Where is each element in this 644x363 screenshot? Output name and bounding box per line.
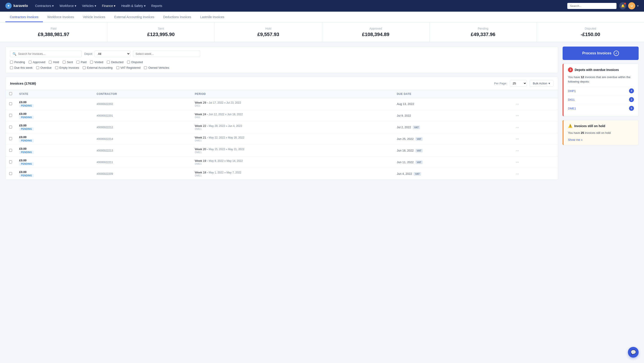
- row-contractor: #0000022201: [93, 110, 191, 122]
- stat-value: £108,394.89: [328, 32, 424, 37]
- row-more-button[interactable]: ···: [514, 136, 520, 142]
- checkbox-input-vat registered[interactable]: [116, 66, 119, 69]
- checkbox-input-external accounting[interactable]: [83, 66, 86, 69]
- search-icon: 🔍: [12, 52, 16, 56]
- row-checkbox-4[interactable]: [9, 149, 12, 152]
- depot-count-dhp1: 4: [629, 88, 634, 93]
- show-me-link[interactable]: Show me »: [568, 138, 582, 141]
- checkbox-empty-invoices[interactable]: Empty Invoices: [55, 66, 79, 69]
- stat-value: £49,337.96: [435, 32, 531, 37]
- checkbox-voided[interactable]: Voided: [90, 61, 103, 64]
- row-period-depot: DIG1: [195, 116, 390, 119]
- checkbox-deducted[interactable]: Deducted: [107, 61, 124, 64]
- checkbox-input-pending[interactable]: [10, 61, 13, 64]
- row-amount: £0.00: [19, 147, 90, 150]
- bulk-action-button[interactable]: Bulk Action ▾: [530, 80, 554, 87]
- nav-item-vehicles[interactable]: Vehicles ▾: [80, 3, 99, 9]
- checkbox-input-owned vehicles[interactable]: [144, 66, 147, 69]
- notification-button[interactable]: 🔔: [619, 2, 626, 10]
- select-all-checkbox[interactable]: [9, 92, 12, 95]
- week-select-input[interactable]: [133, 51, 200, 57]
- row-checkbox-3[interactable]: [9, 137, 12, 140]
- overdue-body-prefix: You have: [568, 75, 581, 79]
- hold-card-body: You have 25 invoices still on hold: [568, 131, 634, 135]
- user-avatar-button[interactable]: U: [628, 2, 635, 10]
- process-invoices-button[interactable]: Process Invoices ✓: [562, 47, 639, 60]
- checkbox-input-paid[interactable]: [76, 61, 80, 64]
- table-header: Invoices (17638) Per Page: 25 50 100 Bul…: [6, 77, 558, 90]
- main-layout: 🔍 Depot: All DHP1 DIG1 DME1 PendingAppro…: [0, 42, 644, 184]
- row-period-week: Week 29 - Jul 17, 2022 » Jul 23, 2022: [195, 101, 390, 104]
- checkbox-external-accounting[interactable]: External Accounting: [83, 66, 113, 69]
- checkbox-input-disputed[interactable]: [127, 61, 130, 64]
- row-state-badge: PENDING: [19, 127, 34, 131]
- filters-section: 🔍 Depot: All DHP1 DIG1 DME1 PendingAppro…: [5, 47, 558, 73]
- col-contractor: Contractor: [93, 90, 191, 98]
- tab-lastmile-invoices[interactable]: Lastmile Invoices: [196, 12, 228, 22]
- checkbox-input-due this week[interactable]: [10, 66, 13, 69]
- tab-contractors-invoices[interactable]: Contractors Invoices: [5, 12, 43, 22]
- checkbox-input-hold[interactable]: [49, 61, 52, 64]
- row-more-button[interactable]: ···: [514, 159, 520, 165]
- checkbox-sent[interactable]: Sent: [62, 61, 73, 64]
- row-checkbox-0[interactable]: [9, 102, 12, 105]
- col-actions: [511, 90, 558, 98]
- brand-logo[interactable]: ✦ karavelo: [5, 3, 28, 9]
- stat-value: £9,557.93: [220, 32, 316, 37]
- checkbox-pending[interactable]: Pending: [10, 61, 25, 64]
- depot-link-dig1[interactable]: DIG1: [568, 98, 575, 101]
- checkbox-input-deducted[interactable]: [107, 61, 110, 64]
- checkbox-input-empty invoices[interactable]: [55, 66, 58, 69]
- checkbox-paid[interactable]: Paid: [76, 61, 86, 64]
- row-checkbox-2[interactable]: [9, 126, 12, 128]
- checkbox-input-overdue[interactable]: [36, 66, 39, 69]
- checkbox-input-sent[interactable]: [62, 61, 66, 64]
- depot-count-dme1: 5: [629, 106, 634, 111]
- checkbox-due-this-week[interactable]: Due this week: [10, 66, 33, 69]
- row-state-badge: PENDING: [19, 151, 34, 154]
- tab-external-accounting-invoices[interactable]: External Accounting Invoices: [110, 12, 159, 22]
- row-more-button[interactable]: ···: [514, 113, 520, 118]
- checkbox-hold[interactable]: Hold: [49, 61, 59, 64]
- row-amount: £0.00: [19, 170, 90, 174]
- user-menu-chevron[interactable]: ▾: [637, 4, 639, 8]
- row-more-button[interactable]: ···: [514, 148, 520, 153]
- stat-label: Paid: [5, 27, 102, 30]
- depot-select[interactable]: All DHP1 DIG1 DME1: [94, 50, 130, 57]
- nav-item-contractors[interactable]: Contractors ▾: [32, 3, 56, 9]
- tab-workforce-invoices[interactable]: Workforce Invoices: [43, 12, 78, 22]
- nav-icons: 🔔 U ▾: [619, 2, 639, 10]
- depot-link-dhp1[interactable]: DHP1: [568, 89, 576, 93]
- depot-list-item: DIG1 3: [568, 95, 634, 104]
- checkbox-label: External Accounting: [87, 66, 113, 69]
- tab-deductions-invoices[interactable]: Deductions Invoices: [159, 12, 196, 22]
- notification-dot: [624, 3, 626, 5]
- nav-item-reports[interactable]: Reports: [149, 3, 165, 9]
- checkbox-vat-registered[interactable]: VAT Registered: [116, 66, 141, 69]
- row-more-button[interactable]: ···: [514, 171, 520, 177]
- row-due-date: Jun 4, 2022: [397, 172, 412, 175]
- checkbox-approved[interactable]: Approved: [28, 61, 46, 64]
- nav-item-finance[interactable]: Finance ▾: [99, 3, 118, 9]
- depot-link-dme1[interactable]: DME1: [568, 107, 576, 110]
- nav-item-health-&-safety[interactable]: Health & Safety ▾: [118, 3, 148, 9]
- row-checkbox-6[interactable]: [9, 172, 12, 175]
- checkbox-owned-vehicles[interactable]: Owned Vehicles: [144, 66, 169, 69]
- checkbox-disputed[interactable]: Disputed: [127, 61, 143, 64]
- row-more-button[interactable]: ···: [514, 101, 520, 107]
- invoice-search-input[interactable]: [18, 52, 79, 56]
- vat-badge: VAT: [416, 137, 422, 141]
- checkbox-input-approved[interactable]: [28, 61, 32, 64]
- tab-vehicle-invoices[interactable]: Vehicle Invoices: [78, 12, 110, 22]
- global-search-input[interactable]: [567, 3, 616, 9]
- row-due-date: Jun 25, 2022: [397, 137, 414, 141]
- row-checkbox-1[interactable]: [9, 114, 12, 117]
- row-more-button[interactable]: ···: [514, 124, 520, 130]
- invoice-search-wrap: 🔍: [10, 51, 82, 57]
- checkbox-input-voided[interactable]: [90, 61, 93, 64]
- table-row: £0.00 PENDING #0000022202 Week 29 - Jul …: [6, 98, 558, 110]
- per-page-select[interactable]: 25 50 100: [510, 80, 527, 87]
- nav-item-workforce[interactable]: Workforce ▾: [57, 3, 79, 9]
- checkbox-overdue[interactable]: Overdue: [36, 66, 52, 69]
- row-checkbox-5[interactable]: [9, 160, 12, 163]
